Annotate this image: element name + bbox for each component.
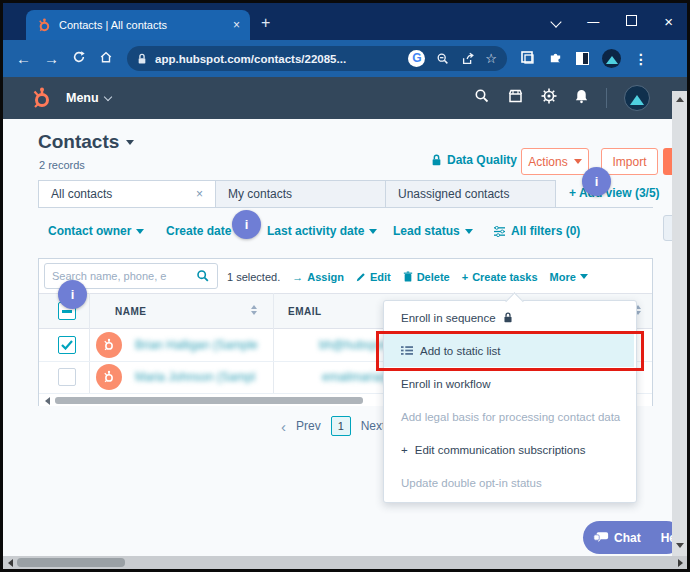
vertical-scrollbar[interactable]	[672, 91, 687, 556]
bookmark-star-icon[interactable]: ☆	[485, 51, 497, 66]
zoom-out-icon[interactable]	[436, 52, 450, 66]
info-marker: i	[232, 210, 261, 239]
more-button[interactable]: More	[550, 271, 588, 283]
hubspot-favicon	[36, 18, 51, 33]
menu-button[interactable]: Menu	[66, 91, 99, 105]
selected-count: 1 selected.	[227, 271, 280, 283]
lock-icon	[503, 312, 513, 323]
column-header-name[interactable]: NAME	[115, 306, 146, 317]
hubspot-nav-right	[474, 77, 679, 119]
scroll-up-icon[interactable]	[676, 97, 684, 102]
page-number[interactable]: 1	[331, 416, 351, 436]
scroll-left-icon[interactable]	[8, 559, 13, 567]
scrollbar-thumb[interactable]	[55, 397, 363, 404]
scroll-left-icon[interactable]	[45, 397, 50, 405]
chat-button[interactable]: Chat	[583, 531, 651, 545]
tab-close-icon[interactable]: ×	[196, 187, 203, 201]
tab-all-contacts[interactable]: All contacts ×	[38, 180, 216, 208]
indeterminate-icon	[62, 310, 72, 313]
contact-name-redacted[interactable]: Brian Halligan (Sample	[135, 338, 295, 352]
url-text: app.hubspot.com/contacts/22085...	[155, 53, 400, 65]
hubspot-nav: Menu	[3, 77, 687, 119]
sort-icon[interactable]	[251, 305, 257, 315]
browser-profile-avatar[interactable]	[602, 49, 621, 68]
lock-icon	[431, 154, 442, 166]
scroll-down-icon[interactable]	[676, 543, 684, 548]
tab-my-contacts[interactable]: My contacts	[215, 180, 386, 208]
user-avatar[interactable]	[624, 85, 650, 111]
tab-search-chevron-icon[interactable]	[552, 15, 560, 29]
contacts-page: Contacts 2 records Data Quality Actions …	[3, 119, 687, 556]
share-icon[interactable]	[461, 52, 475, 66]
browser-toolbar: ← → app.hubspot.com/contacts/22085... G …	[3, 40, 687, 77]
window-controls: — ×	[552, 3, 673, 40]
row-checkbox-checked[interactable]	[58, 336, 76, 354]
tab-close-icon[interactable]: ×	[233, 18, 240, 32]
plus-icon: +	[401, 444, 408, 456]
menu-item-update-double-opt-in: Update double opt-in status	[384, 466, 634, 499]
notifications-bell-icon[interactable]	[574, 88, 589, 108]
settings-gear-icon[interactable]	[541, 88, 557, 108]
assign-button[interactable]: →Assign	[292, 271, 344, 283]
page-title: Contacts	[38, 131, 134, 153]
browser-tab[interactable]: Contacts | All contacts ×	[26, 10, 250, 40]
address-bar[interactable]: app.hubspot.com/contacts/22085... G ☆	[127, 46, 507, 71]
home-icon[interactable]	[99, 50, 113, 67]
delete-button[interactable]: Delete	[403, 271, 450, 283]
minimize-button[interactable]: —	[587, 15, 599, 29]
extensions-puzzle-icon[interactable]	[548, 49, 563, 68]
browser-horizontal-scrollbar[interactable]	[3, 556, 687, 569]
row-checkbox-unchecked[interactable]	[58, 368, 76, 386]
search-icon[interactable]	[474, 88, 490, 108]
scrollbar-thumb[interactable]	[17, 558, 125, 567]
forward-icon[interactable]: →	[44, 50, 59, 67]
marketplace-icon[interactable]	[507, 88, 524, 108]
edit-button[interactable]: Edit	[356, 271, 391, 283]
hubspot-logo[interactable]	[29, 86, 53, 110]
new-tab-button[interactable]: +	[261, 15, 270, 31]
add-view-link[interactable]: + Add view (3/5)	[569, 186, 660, 200]
assign-arrow-icon: →	[292, 271, 303, 283]
filter-contact-owner[interactable]: Contact owner	[48, 224, 144, 238]
close-button[interactable]: ×	[664, 13, 673, 30]
next-button[interactable]: Next	[361, 419, 386, 433]
reload-icon[interactable]	[72, 50, 86, 67]
import-button[interactable]: Import	[601, 148, 658, 175]
red-annotation-box	[376, 331, 644, 371]
menu-item-add-legal-basis: Add legal basis for processing contact d…	[384, 400, 634, 433]
search-submit-icon[interactable]	[196, 269, 210, 287]
pencil-icon	[356, 272, 366, 282]
plus-icon: +	[462, 271, 468, 283]
sidebar-extension-icon[interactable]	[576, 52, 589, 65]
filter-lead-status[interactable]: Lead status	[393, 224, 473, 238]
google-icon[interactable]: G	[408, 50, 425, 67]
menu-item-enroll-in-workflow[interactable]: Enroll in workflow	[384, 367, 634, 400]
nav-divider	[606, 88, 607, 108]
all-filters-link[interactable]: All filters (0)	[493, 224, 580, 238]
tabs-divider	[38, 207, 653, 208]
pagination: ‹ Prev 1 Next	[281, 416, 385, 436]
prev-chevron-icon[interactable]: ‹	[281, 418, 286, 435]
menu-item-edit-communication-subscriptions[interactable]: + Edit communication subscriptions	[384, 433, 634, 466]
contact-name-redacted[interactable]: Maria Johnson (Sampl	[135, 370, 285, 384]
record-count: 2 records	[39, 159, 85, 171]
create-tasks-button[interactable]: +Create tasks	[462, 271, 538, 283]
data-quality-link[interactable]: Data Quality	[431, 153, 517, 167]
scroll-right-icon[interactable]	[678, 559, 683, 567]
title-chevron-icon[interactable]	[126, 140, 134, 145]
tab-unassigned-contacts[interactable]: Unassigned contacts	[385, 180, 556, 208]
prev-button[interactable]: Prev	[296, 419, 321, 433]
menu-chevron-icon	[103, 93, 111, 101]
check-icon	[61, 340, 73, 350]
chat-bubbles-icon	[593, 531, 609, 544]
screenshot-extension-icon[interactable]	[519, 49, 535, 69]
actions-button[interactable]: Actions	[521, 148, 589, 175]
selection-toolbar: 1 selected. →Assign Edit Delete +Create …	[227, 264, 588, 289]
contact-avatar	[96, 364, 122, 390]
browser-menu-icon[interactable]: ⋮	[634, 51, 648, 67]
back-icon[interactable]: ←	[16, 50, 31, 67]
filter-last-activity-date[interactable]: Last activity date	[267, 224, 377, 238]
filter-sliders-icon	[493, 226, 506, 237]
column-header-email[interactable]: EMAIL	[288, 306, 322, 317]
maximize-button[interactable]	[626, 15, 637, 29]
